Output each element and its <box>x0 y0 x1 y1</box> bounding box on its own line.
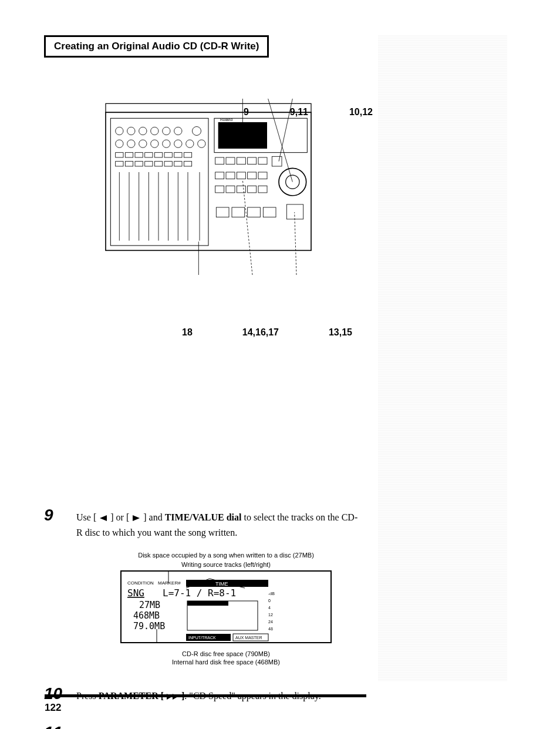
svg-text:0: 0 <box>268 599 271 603</box>
svg-rect-47 <box>237 157 245 164</box>
device-diagram: Roland <box>79 99 338 275</box>
svg-rect-32 <box>174 162 182 166</box>
svg-rect-64 <box>232 207 245 217</box>
svg-rect-49 <box>258 157 267 164</box>
svg-point-17 <box>198 140 205 147</box>
svg-rect-27 <box>125 162 133 166</box>
svg-rect-29 <box>145 162 153 166</box>
ghost-margin-text <box>378 35 507 681</box>
svg-rect-20 <box>135 153 143 157</box>
svg-text:79.0MB: 79.0MB <box>133 621 165 631</box>
svg-marker-74 <box>100 515 107 521</box>
fast-forward-icon <box>166 690 179 704</box>
svg-rect-48 <box>248 157 257 164</box>
step-text: Use TIME/VALUE dial to select the speed … <box>76 724 361 729</box>
svg-text:SNG: SNG <box>127 587 144 599</box>
figure-caption: Writing source tracks (left/right) <box>120 561 332 568</box>
figure-caption: Internal hard disk free space (468MB) <box>120 659 332 666</box>
svg-point-3 <box>116 127 123 135</box>
svg-rect-1 <box>106 103 311 112</box>
svg-rect-54 <box>248 172 257 179</box>
svg-text:CONDITION: CONDITION <box>127 580 154 586</box>
svg-rect-67 <box>286 204 303 219</box>
step-11: 11 Use TIME/VALUE dial to select the spe… <box>44 724 361 729</box>
svg-rect-65 <box>248 207 261 217</box>
svg-text:INPUT/TRACK: INPUT/TRACK <box>188 636 216 640</box>
svg-rect-30 <box>154 162 162 166</box>
svg-rect-55 <box>258 172 267 179</box>
svg-point-13 <box>151 140 158 147</box>
svg-rect-63 <box>216 207 229 217</box>
figure-caption: Disk space occupied by a song when writt… <box>120 552 332 559</box>
svg-rect-57 <box>226 186 235 193</box>
svg-rect-53 <box>237 172 245 179</box>
svg-rect-26 <box>116 162 123 166</box>
svg-line-69 <box>268 99 293 182</box>
svg-point-9 <box>193 127 201 136</box>
text: Use [ <box>76 512 96 522</box>
svg-rect-46 <box>226 157 235 164</box>
svg-rect-60 <box>258 186 267 193</box>
lcd-screen: CONDITION MARKER# TIME SNG L=7-1 / R=8-1… <box>120 570 332 643</box>
svg-rect-56 <box>215 186 224 193</box>
step-number: 11 <box>44 724 76 729</box>
svg-text:4: 4 <box>268 606 271 610</box>
svg-text:12: 12 <box>268 613 273 617</box>
svg-point-10 <box>116 140 123 147</box>
callout-label: 13,15 <box>329 327 352 338</box>
step-text: Use [ ] or [ ] and TIME/VALUE dial to se… <box>76 507 361 540</box>
svg-point-11 <box>127 140 135 147</box>
svg-text:MARKER#: MARKER# <box>158 580 181 586</box>
svg-text:27MB: 27MB <box>139 600 160 610</box>
svg-point-7 <box>163 127 170 135</box>
svg-text:AUX MASTER: AUX MASTER <box>235 636 262 640</box>
svg-text:24: 24 <box>268 620 273 624</box>
svg-point-15 <box>174 140 182 147</box>
svg-rect-19 <box>125 153 133 157</box>
svg-rect-18 <box>116 153 123 157</box>
svg-text:468MB: 468MB <box>133 610 160 621</box>
svg-rect-58 <box>237 186 245 193</box>
svg-rect-2 <box>110 118 208 246</box>
svg-rect-23 <box>164 153 172 157</box>
lcd-figure: Disk space occupied by a song when writt… <box>120 552 332 666</box>
svg-marker-75 <box>133 515 140 521</box>
svg-line-73 <box>295 212 296 275</box>
brand-label: Roland <box>220 117 232 122</box>
text: ] and <box>143 512 164 522</box>
svg-rect-22 <box>154 153 162 157</box>
svg-point-8 <box>174 127 182 135</box>
right-arrow-icon <box>131 512 141 526</box>
text: ] or [ <box>110 512 129 522</box>
svg-rect-31 <box>164 162 172 166</box>
callout-label: 18 <box>182 327 193 338</box>
svg-rect-45 <box>215 157 224 164</box>
svg-point-6 <box>151 127 158 135</box>
svg-text:-dB: -dB <box>268 592 275 596</box>
svg-rect-25 <box>184 153 191 157</box>
svg-point-16 <box>186 140 194 147</box>
step-number: 9 <box>44 507 76 523</box>
svg-rect-24 <box>174 153 182 157</box>
callout-label: 10,12 <box>349 107 373 117</box>
section-header: Creating an Original Audio CD (CD-R Writ… <box>44 35 269 58</box>
svg-rect-59 <box>248 186 257 193</box>
page-number: 122 <box>45 702 61 714</box>
figure-caption: CD-R disc free space (790MB) <box>120 650 332 657</box>
svg-point-4 <box>127 127 135 135</box>
step-number: 10 <box>44 686 76 702</box>
svg-point-61 <box>279 168 306 196</box>
svg-rect-28 <box>135 162 143 166</box>
svg-text:L=7-1 / R=8-1: L=7-1 / R=8-1 <box>163 587 236 599</box>
callout-label: 14,16,17 <box>242 327 279 338</box>
svg-text:TIME: TIME <box>215 581 228 587</box>
bold-text: TIME/VALUE dial <box>165 512 242 522</box>
svg-rect-50 <box>272 156 282 166</box>
svg-rect-52 <box>226 172 235 179</box>
footer-rule <box>45 694 366 697</box>
page: Creating an Original Audio CD (CD-R Writ… <box>0 0 560 729</box>
svg-rect-66 <box>263 207 276 217</box>
svg-point-14 <box>163 140 170 147</box>
svg-rect-51 <box>215 172 224 179</box>
svg-rect-21 <box>145 153 153 157</box>
